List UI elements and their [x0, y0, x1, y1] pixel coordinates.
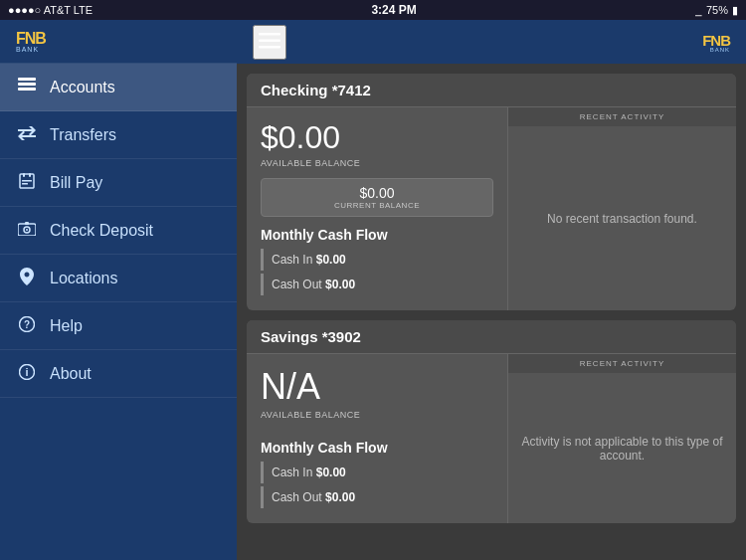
- sidebar: FNB BANK Accounts: [0, 20, 237, 560]
- savings-cash-in: Cash In $0.00: [272, 466, 346, 479]
- savings-recent-header: RECENT ACTIVITY: [508, 354, 736, 373]
- status-carrier: ●●●●○ AT&T LTE: [8, 4, 93, 16]
- checking-left: $0.00 AVAILABLE BALANCE $0.00 CURRENT BA…: [247, 107, 507, 310]
- bluetooth-icon: ⎯: [695, 4, 702, 16]
- sidebar-item-about[interactable]: i About: [0, 350, 237, 398]
- savings-right: RECENT ACTIVITY Activity is not applicab…: [507, 354, 736, 523]
- savings-body: N/A AVAILABLE BALANCE Monthly Cash Flow …: [247, 354, 736, 523]
- svg-text:i: i: [25, 366, 28, 378]
- savings-title: Savings *3902: [247, 320, 736, 354]
- battery-text: 75%: [706, 4, 728, 16]
- main-area: FNB BANK Checking *7412 $0.00 AVAILABLE …: [237, 20, 746, 560]
- checking-current-balance-label: CURRENT BALANCE: [272, 201, 482, 210]
- svg-rect-2: [18, 88, 36, 91]
- savings-available-balance: N/A: [261, 366, 493, 408]
- sidebar-nav: Accounts Transfers: [0, 64, 237, 560]
- svg-rect-1: [18, 83, 36, 86]
- savings-recent-body: Activity is not applicable to this type …: [508, 373, 736, 523]
- sidebar-item-accounts[interactable]: Accounts: [0, 64, 237, 111]
- help-icon: ?: [16, 316, 38, 336]
- savings-cash-in-row: Cash In $0.00: [261, 462, 493, 483]
- savings-cash-out: Cash Out $0.00: [272, 490, 355, 504]
- sidebar-item-check-deposit[interactable]: Check Deposit: [0, 207, 237, 255]
- checking-no-activity: No recent transaction found.: [547, 212, 697, 226]
- svg-rect-18: [259, 46, 280, 49]
- savings-monthly-title: Monthly Cash Flow: [261, 440, 493, 456]
- about-icon: i: [16, 364, 38, 384]
- svg-rect-7: [22, 183, 28, 185]
- accounts-label: Accounts: [50, 79, 115, 96]
- transfers-icon: [16, 126, 38, 144]
- checking-cash-in: Cash In $0.00: [272, 253, 346, 267]
- checking-recent-body: No recent transaction found.: [508, 126, 736, 310]
- svg-rect-17: [259, 39, 280, 42]
- locations-label: Locations: [50, 270, 118, 287]
- transfers-label: Transfers: [50, 126, 116, 144]
- fnb-logo: FNB BANK: [16, 30, 46, 53]
- sidebar-item-help[interactable]: ? Help: [0, 302, 237, 350]
- account-card-savings: Savings *3902 N/A AVAILABLE BALANCE Mont…: [247, 320, 736, 523]
- hamburger-button[interactable]: [253, 25, 286, 60]
- accounts-icon: [16, 78, 38, 97]
- bill-pay-icon: [16, 173, 38, 193]
- checking-cash-out: Cash Out $0.00: [272, 278, 355, 291]
- checking-title: Checking *7412: [247, 74, 736, 107]
- svg-rect-16: [259, 33, 280, 36]
- savings-cash-out-row: Cash Out $0.00: [261, 486, 493, 508]
- checking-recent-header: RECENT ACTIVITY: [508, 107, 736, 126]
- svg-rect-0: [18, 78, 36, 81]
- sidebar-item-transfers[interactable]: Transfers: [0, 111, 237, 159]
- account-card-checking: Checking *7412 $0.00 AVAILABLE BALANCE $…: [247, 74, 736, 310]
- sidebar-item-bill-pay[interactable]: Bill Pay: [0, 159, 237, 207]
- check-deposit-icon: [16, 222, 38, 240]
- svg-point-10: [26, 229, 28, 231]
- checking-monthly-title: Monthly Cash Flow: [261, 227, 493, 243]
- checking-available-balance-label: AVAILABLE BALANCE: [261, 158, 493, 168]
- top-bar: FNB BANK: [237, 20, 746, 64]
- savings-left: N/A AVAILABLE BALANCE Monthly Cash Flow …: [247, 354, 507, 523]
- sidebar-logo-area: FNB BANK: [0, 20, 237, 64]
- checking-available-balance: $0.00: [261, 119, 493, 156]
- checking-cash-in-row: Cash In $0.00: [261, 249, 493, 271]
- status-right: ⎯ 75% ▮: [695, 4, 738, 17]
- content-area: Checking *7412 $0.00 AVAILABLE BALANCE $…: [237, 64, 746, 560]
- battery-icon: ▮: [732, 4, 738, 17]
- help-label: Help: [50, 317, 83, 335]
- status-bar: ●●●●○ AT&T LTE 3:24 PM ⎯ 75% ▮: [0, 0, 746, 20]
- checking-right: RECENT ACTIVITY No recent transaction fo…: [507, 107, 736, 310]
- svg-rect-11: [25, 222, 29, 225]
- checking-current-balance-box: $0.00 CURRENT BALANCE: [261, 178, 493, 217]
- sidebar-item-locations[interactable]: Locations: [0, 255, 237, 302]
- savings-available-balance-label: AVAILABLE BALANCE: [261, 410, 493, 420]
- checking-body: $0.00 AVAILABLE BALANCE $0.00 CURRENT BA…: [247, 107, 736, 310]
- locations-icon: [16, 268, 38, 289]
- check-deposit-label: Check Deposit: [50, 222, 153, 240]
- savings-no-activity: Activity is not applicable to this type …: [518, 435, 726, 463]
- status-time: 3:24 PM: [371, 3, 416, 17]
- checking-cash-out-row: Cash Out $0.00: [261, 274, 493, 295]
- about-label: About: [50, 365, 92, 383]
- svg-rect-5: [29, 173, 31, 177]
- carrier-text: ●●●●○ AT&T LTE: [8, 4, 93, 16]
- svg-text:?: ?: [24, 319, 30, 330]
- app-container: FNB BANK Accounts: [0, 20, 746, 560]
- fnb-logo-right: FNB BANK: [702, 32, 730, 53]
- svg-rect-6: [22, 180, 32, 182]
- checking-current-balance: $0.00: [272, 185, 482, 201]
- bill-pay-label: Bill Pay: [50, 174, 102, 192]
- svg-rect-4: [23, 173, 25, 177]
